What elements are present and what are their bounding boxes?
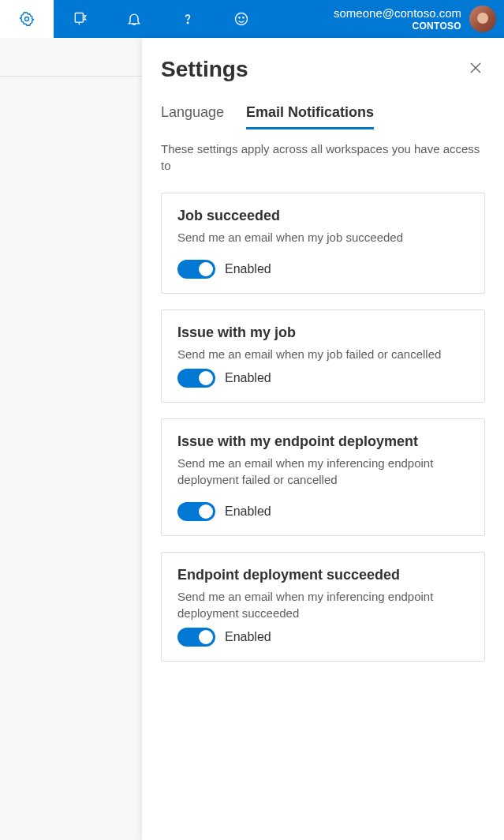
close-icon [469,63,482,77]
close-button[interactable] [466,58,485,81]
card-desc: Send me an email when my inferencing end… [177,455,469,488]
toggle-issue-with-endpoint[interactable] [177,502,215,521]
card-issue-with-endpoint: Issue with my endpoint deployment Send m… [161,418,485,536]
toggle-issue-with-job[interactable] [177,369,215,388]
topbar-right: someone@contoso.com CONTOSO [334,6,496,32]
card-endpoint-succeeded: Endpoint deployment succeeded Send me an… [161,552,485,662]
card-desc: Send me an email when my inferencing end… [177,588,469,621]
card-title: Endpoint deployment succeeded [177,567,469,583]
toggle-row: Enabled [177,628,469,647]
notifications-bell-icon[interactable] [107,0,161,38]
topbar-left-icons [0,0,268,38]
svg-point-4 [239,17,240,18]
panel-header: Settings [161,57,485,82]
toggle-label: Enabled [225,371,271,385]
help-icon[interactable] [161,0,215,38]
toggle-row: Enabled [177,260,469,279]
card-job-succeeded: Job succeeded Send me an email when my j… [161,193,485,294]
toggle-row: Enabled [177,369,469,388]
avatar[interactable] [469,6,496,32]
svg-point-3 [236,13,248,25]
card-desc: Send me an email when my job succeeded [177,229,469,246]
settings-gear-icon[interactable] [0,0,54,38]
settings-panel: Settings Language Email Notifications Th… [142,38,504,840]
user-email: someone@contoso.com [334,6,461,21]
svg-point-0 [25,17,29,21]
user-org: CONTOSO [334,21,461,32]
card-title: Issue with my job [177,324,469,341]
toggle-label: Enabled [225,630,271,644]
tabs: Language Email Notifications [161,104,485,129]
svg-rect-1 [75,13,83,23]
card-issue-with-job: Issue with my job Send me an email when … [161,309,485,403]
card-title: Issue with my endpoint deployment [177,433,469,450]
feedback-icon[interactable] [54,0,107,38]
tab-email-notifications[interactable]: Email Notifications [246,104,374,129]
svg-point-5 [243,17,244,18]
toggle-endpoint-succeeded[interactable] [177,628,215,647]
top-bar: someone@contoso.com CONTOSO [0,0,504,38]
card-title: Job succeeded [177,208,469,224]
toggle-row: Enabled [177,502,469,521]
smiley-feedback-icon[interactable] [215,0,268,38]
toggle-job-succeeded[interactable] [177,260,215,279]
tab-language[interactable]: Language [161,104,224,129]
svg-point-2 [187,22,188,23]
toggle-label: Enabled [225,504,271,519]
panel-description: These settings apply across all workspac… [161,141,485,174]
panel-title: Settings [161,57,248,82]
toggle-label: Enabled [225,262,271,276]
card-desc: Send me an email when my job failed or c… [177,346,469,362]
user-info-block[interactable]: someone@contoso.com CONTOSO [334,6,461,32]
